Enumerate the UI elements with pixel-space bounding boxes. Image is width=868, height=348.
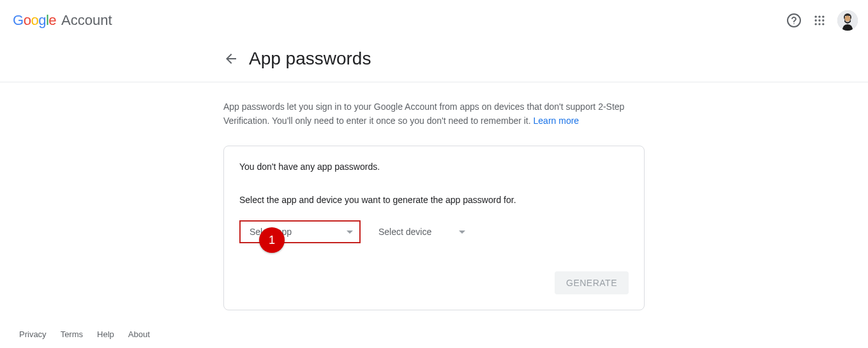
- svg-point-8: [815, 23, 817, 25]
- svg-point-6: [818, 19, 820, 21]
- selects-row: Select app Select device: [239, 220, 629, 243]
- apps-grid-icon[interactable]: [812, 13, 827, 28]
- footer-about-link[interactable]: About: [128, 329, 150, 339]
- footer-help-link[interactable]: Help: [97, 329, 114, 339]
- google-logo: Google: [13, 12, 56, 29]
- no-passwords-text: You don't have any app passwords.: [239, 162, 629, 172]
- footer: Privacy Terms Help About: [19, 329, 150, 339]
- chevron-down-icon: [459, 231, 465, 234]
- topbar: Google Account: [0, 0, 868, 41]
- svg-point-10: [822, 23, 824, 25]
- select-prompt-text: Select the app and device you want to ge…: [239, 195, 629, 205]
- svg-point-14: [845, 16, 851, 22]
- generate-row: GENERATE: [239, 271, 629, 294]
- content: App passwords let you sign in to your Go…: [223, 82, 645, 310]
- svg-point-2: [815, 16, 817, 18]
- description-text: App passwords let you sign in to your Go…: [223, 100, 645, 128]
- svg-point-3: [818, 16, 820, 18]
- svg-point-9: [818, 23, 820, 25]
- select-app-dropdown[interactable]: Select app: [239, 220, 361, 243]
- select-device-label: Select device: [378, 227, 431, 237]
- svg-point-1: [793, 23, 795, 24]
- footer-terms-link[interactable]: Terms: [61, 329, 83, 339]
- page-title: App passwords: [249, 49, 371, 69]
- account-label: Account: [61, 12, 112, 29]
- title-row: App passwords: [0, 41, 868, 82]
- app-passwords-card: You don't have any app passwords. Select…: [223, 146, 645, 310]
- svg-point-5: [815, 19, 817, 21]
- footer-privacy-link[interactable]: Privacy: [19, 329, 47, 339]
- generate-button[interactable]: GENERATE: [555, 271, 629, 294]
- learn-more-link[interactable]: Learn more: [534, 116, 580, 126]
- svg-point-7: [822, 19, 824, 21]
- google-account-logo[interactable]: Google Account: [13, 12, 112, 29]
- chevron-down-icon: [347, 231, 353, 234]
- help-icon[interactable]: [786, 13, 802, 28]
- svg-point-4: [822, 16, 824, 18]
- avatar[interactable]: [837, 10, 858, 31]
- svg-point-0: [788, 14, 800, 27]
- select-device-dropdown[interactable]: Select device: [370, 222, 472, 242]
- callout-badge-1: 1: [259, 227, 285, 253]
- topbar-actions: [786, 10, 858, 31]
- back-arrow-icon[interactable]: [223, 51, 239, 66]
